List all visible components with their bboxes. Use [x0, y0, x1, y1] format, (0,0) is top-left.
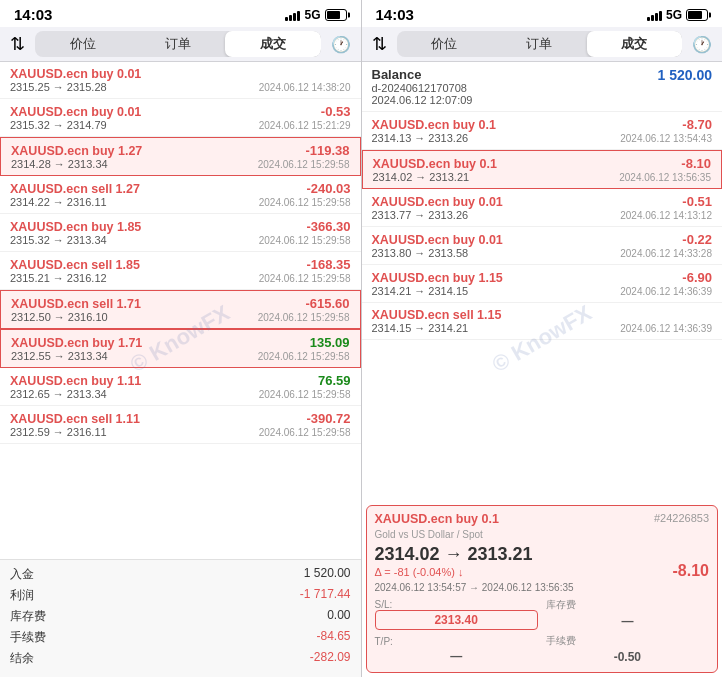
left-tab-jiaowei[interactable]: 价位 — [35, 31, 130, 57]
left-tab-dingdan[interactable]: 订单 — [130, 31, 225, 57]
table-row: XAUUSD.ecn buy 0.01 -0.22 2313.80 → 2313… — [362, 227, 723, 265]
summary-label: 手续费 — [10, 629, 46, 646]
table-row: XAUUSD.ecn buy 1.27 -119.38 2314.28 → 23… — [0, 137, 361, 176]
summary-value: -84.65 — [316, 629, 350, 646]
detail-price-range: 2314.02 → 2313.21 — [375, 544, 574, 565]
left-signal-bars — [285, 9, 300, 21]
trade-price-range: 2314.21 → 2314.15 — [372, 285, 469, 297]
detail-dates: 2024.06.12 13:54:57 → 2024.06.12 13:56:3… — [375, 582, 574, 593]
table-row: XAUUSD.ecn buy 0.1 -8.70 2314.13 → 2313.… — [362, 112, 723, 150]
tp-label: T/P: — [375, 636, 538, 647]
right-status-bar: 14:03 5G — [362, 0, 723, 27]
trade-symbol: XAUUSD.ecn sell 1.27 — [10, 182, 140, 196]
detail-tp-field: T/P: — — [375, 636, 538, 665]
right-clock-icon[interactable]: 🕐 — [692, 35, 712, 54]
left-summary: 入金 1 520.00 利润 -1 717.44 库存费 0.00 手续费 -8… — [0, 559, 361, 677]
trade-profit: -8.70 — [682, 117, 712, 132]
detail-order-id: #24226853 — [654, 512, 709, 526]
trade-symbol: XAUUSD.ecn sell 1.15 — [372, 308, 502, 322]
trade-profit: -119.38 — [305, 143, 349, 158]
left-phone: © KnowFX 14:03 5G ⇅ 价位 订单 成交 🕐 — [0, 0, 361, 677]
trade-price-range: 2314.15 → 2314.21 — [372, 322, 469, 334]
trade-price-range: 2313.77 → 2313.26 — [372, 209, 469, 221]
left-clock-icon[interactable]: 🕐 — [331, 35, 351, 54]
trade-price-range: 2315.32 → 2314.79 — [10, 119, 107, 131]
trade-symbol: XAUUSD.ecn buy 0.01 — [372, 195, 503, 209]
left-toolbar: ⇅ 价位 订单 成交 🕐 — [0, 27, 361, 62]
summary-label: 入金 — [10, 566, 34, 583]
trade-datetime: 2024.06.12 15:29:58 — [259, 235, 351, 246]
balance-info-left: Balance d-20240612170708 2024.06.12 12:0… — [372, 67, 473, 106]
trade-profit: -0.22 — [682, 232, 712, 247]
trade-profit: -390.72 — [306, 411, 350, 426]
trade-price-range: 2312.65 → 2313.34 — [10, 388, 107, 400]
commission-value: -0.50 — [546, 648, 709, 666]
detail-storage-field: 库存费 — — [546, 598, 709, 630]
detail-symbol-action: XAUUSD.ecn buy 0.1 — [375, 512, 499, 526]
trade-datetime: 2024.06.12 13:54:43 — [620, 133, 712, 144]
tp-value: — — [375, 647, 538, 665]
balance-label: Balance — [372, 67, 473, 82]
table-row: XAUUSD.ecn sell 1.85 -168.35 2315.21 → 2… — [0, 252, 361, 290]
right-tab-chengjiao[interactable]: 成交 — [587, 31, 682, 57]
bar4 — [297, 11, 300, 21]
balance-value: 1 520.00 — [658, 67, 713, 106]
trade-datetime: 2024.06.12 15:29:58 — [258, 312, 350, 323]
right-tab-jiaowei[interactable]: 价位 — [397, 31, 492, 57]
left-network: 5G — [304, 8, 320, 22]
left-sort-icon[interactable]: ⇅ — [10, 33, 25, 55]
trade-symbol: XAUUSD.ecn buy 1.15 — [372, 271, 503, 285]
summary-row-balance: 结余 -282.09 — [10, 648, 351, 669]
bar3 — [655, 13, 658, 21]
trade-price-range: 2314.22 → 2316.11 — [10, 196, 107, 208]
summary-label: 利润 — [10, 587, 34, 604]
table-row: XAUUSD.ecn buy 0.01 2315.25 → 2315.28 20… — [0, 62, 361, 99]
table-row: XAUUSD.ecn buy 0.1 -8.10 2314.02 → 2313.… — [362, 150, 723, 189]
trade-profit: -0.53 — [321, 104, 351, 119]
trade-profit: -615.60 — [305, 296, 349, 311]
trade-profit: -240.03 — [306, 181, 350, 196]
table-row: XAUUSD.ecn buy 0.01 -0.53 2315.32 → 2314… — [0, 99, 361, 137]
right-toolbar: ⇅ 价位 订单 成交 🕐 — [362, 27, 723, 62]
detail-footer2: T/P: — 手续费 -0.50 — [375, 634, 710, 666]
storage-label: 库存费 — [546, 598, 709, 612]
trade-profit: -6.90 — [682, 270, 712, 285]
detail-header: XAUUSD.ecn buy 0.1 #24226853 — [375, 512, 710, 526]
bar1 — [647, 17, 650, 21]
left-tab-chengjiao[interactable]: 成交 — [225, 31, 320, 57]
detail-profit: -8.10 — [673, 562, 709, 580]
sl-value: 2313.40 — [375, 610, 538, 630]
table-row: XAUUSD.ecn sell 1.27 -240.03 2314.22 → 2… — [0, 176, 361, 214]
detail-footer: S/L: 2313.40 库存费 — — [375, 598, 710, 630]
summary-value: -282.09 — [310, 650, 351, 667]
right-battery — [686, 9, 708, 21]
trade-symbol: XAUUSD.ecn buy 0.01 — [10, 105, 141, 119]
trade-profit: 135.09 — [310, 335, 350, 350]
trade-datetime: 2024.06.12 13:56:35 — [619, 172, 711, 183]
trade-symbol: XAUUSD.ecn sell 1.85 — [10, 258, 140, 272]
storage-value: — — [546, 612, 709, 630]
summary-value: 1 520.00 — [304, 566, 351, 583]
balance-datetime: 2024.06.12 12:07:09 — [372, 94, 473, 106]
detail-commission-field: 手续费 -0.50 — [546, 634, 709, 666]
left-tab-group: 价位 订单 成交 — [35, 31, 321, 57]
trade-price-range: 2315.32 → 2313.34 — [10, 234, 107, 246]
trade-profit: -0.51 — [682, 194, 712, 209]
summary-value: -1 717.44 — [300, 587, 351, 604]
bar4 — [659, 11, 662, 21]
table-row: XAUUSD.ecn buy 0.01 -0.51 2313.77 → 2313… — [362, 189, 723, 227]
right-trade-list: XAUUSD.ecn buy 0.1 -8.70 2314.13 → 2313.… — [362, 112, 723, 505]
bar3 — [293, 13, 296, 21]
trade-symbol: XAUUSD.ecn sell 1.71 — [11, 297, 141, 311]
trade-symbol: XAUUSD.ecn buy 1.27 — [11, 144, 142, 158]
trade-datetime: 2024.06.12 14:13:12 — [620, 210, 712, 221]
right-tab-group: 价位 订单 成交 — [397, 31, 683, 57]
right-sort-icon[interactable]: ⇅ — [372, 33, 387, 55]
bar2 — [651, 15, 654, 21]
commission-label: 手续费 — [546, 634, 709, 648]
sl-label: S/L: — [375, 599, 538, 610]
trade-price-range: 2313.80 → 2313.58 — [372, 247, 469, 259]
trade-datetime: 2024.06.12 15:29:58 — [259, 273, 351, 284]
trade-price-range: 2314.02 → 2313.21 — [373, 171, 470, 183]
right-tab-dingdan[interactable]: 订单 — [492, 31, 587, 57]
